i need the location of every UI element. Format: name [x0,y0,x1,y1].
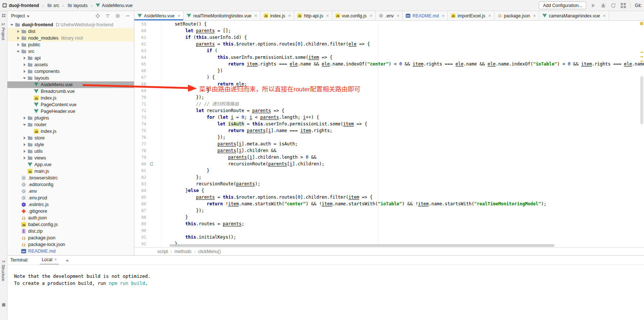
tree-item-index-js[interactable]: JSindex.js [7,95,134,101]
line-number[interactable]: 91 [134,235,149,240]
line-number[interactable]: 70 [134,95,149,100]
tree-item-package-json[interactable]: {}package.json [7,235,134,241]
tree-item-dist-zip[interactable]: dist.zip [7,228,134,235]
close-tab-icon[interactable]: × [533,13,536,18]
close-tab-icon[interactable]: × [488,13,491,18]
tree-item-main-js[interactable]: JSmain.js [7,168,134,175]
add-configuration-button[interactable]: Add Configuration... [539,1,586,9]
chevron-down-icon[interactable] [22,76,27,80]
line-number[interactable]: 63 [134,48,149,53]
chevron-right-icon[interactable] [16,43,21,47]
editor-tab-cameramanage-index-vue[interactable]: cameraManage\index.vue× [539,11,609,20]
line-number[interactable]: 71 [134,102,149,107]
line-number[interactable]: 88 [134,215,149,220]
tool-window-structure-button[interactable]: 7: Structure [1,260,6,281]
line-number[interactable]: 66 [134,68,149,73]
chevron-down-icon[interactable] [27,16,30,17]
code-line-65[interactable]: 65 return item.rights === ele.name && el… [134,61,644,67]
code-line-63[interactable]: 63 if ( [134,47,644,54]
code-line-61[interactable]: 61 if (this.userInfo.id) { [134,34,644,41]
chevron-down-icon[interactable] [10,23,14,27]
tree-item-app-vue[interactable]: App.vue [7,161,134,168]
breadcrumb-src[interactable]: src [53,3,59,8]
code-line-70[interactable]: 70 }); [134,94,644,101]
code-line-77[interactable]: 77 parents[i].meta.auth = isAuth; [134,141,644,147]
line-number[interactable]: 76 [134,135,149,140]
editor-tab-http-api-js[interactable]: JShttp-api.js× [294,11,332,20]
line-number[interactable]: 75 [134,128,149,133]
line-number[interactable]: 62 [134,42,149,47]
tree-item-store[interactable]: store [7,135,134,141]
tree-item-utils[interactable]: utils [7,148,134,155]
tree-item-pageheader-vue[interactable]: PageHeader.vue [7,108,134,115]
tree-item-style[interactable]: style [7,141,134,148]
chevron-right-icon[interactable] [22,136,27,140]
new-terminal-session-button[interactable]: + [66,257,69,263]
tree-item-auth-json[interactable]: {}auth.json [7,215,134,221]
warning-stripe-mark[interactable] [640,56,643,57]
editor-tab-env[interactable]: .env× [376,11,403,20]
locate-file-icon[interactable] [95,13,100,18]
scrollbar-thumb[interactable] [640,76,643,124]
line-number[interactable]: 82 [134,175,149,180]
line-number[interactable]: 85 [134,195,149,200]
editor-tab-importexcel-js[interactable]: JSimportExcel.js× [448,11,494,20]
tool-window-switcher-icon[interactable] [1,13,6,18]
code-line-79[interactable]: 79 parents[i].children.length > 0 && [134,154,644,161]
hide-panel-icon[interactable] [125,13,130,18]
line-number[interactable]: 60 [134,28,149,33]
chevron-right-icon[interactable] [22,56,27,60]
code-line-85[interactable]: 85 parents = this.$router.options.routes… [134,194,644,201]
project-panel-title[interactable]: Project [11,13,25,18]
tree-item-api[interactable]: api [7,55,134,61]
chevron-down-icon[interactable] [22,122,27,127]
terminal-output[interactable]: Note that the development build is not o… [0,265,644,287]
editor-tab-index-js[interactable]: JSindex.js× [261,11,294,20]
code-line-67[interactable]: 67 ) { [134,74,644,81]
code-line-90[interactable]: 90 [134,227,644,234]
line-number[interactable]: 83 [134,182,149,186]
line-number[interactable]: 86 [134,202,149,206]
line-number[interactable]: 61 [134,35,149,40]
editor-horizontal-scrollbar[interactable] [134,244,640,247]
editor-tab-readme-md[interactable]: MDREADME.md× [403,11,448,20]
line-number[interactable]: 90 [134,228,149,233]
chevron-right-icon[interactable] [22,149,27,154]
code-line-87[interactable]: 87 }); [134,207,644,214]
chevron-right-icon[interactable] [16,36,21,40]
warning-stripe-mark[interactable] [640,52,643,53]
chevron-right-icon[interactable] [22,69,27,74]
tree-item-layouts[interactable]: layouts [7,75,134,81]
line-number[interactable]: 87 [134,208,149,213]
code-line-66[interactable]: 66 }) [134,67,644,74]
chevron-right-icon[interactable] [22,142,27,147]
line-number[interactable]: 64 [134,55,149,60]
line-number[interactable]: 65 [134,62,149,67]
tree-item-package-lock-json[interactable]: {}package-lock.json [7,241,134,248]
close-tab-icon[interactable]: × [397,13,400,18]
tool-window-project-button[interactable]: 1: Project [1,23,6,40]
tree-item-plugins[interactable]: plugins [7,115,134,121]
chevron-right-icon[interactable] [22,156,27,160]
tree-item-browserslistrc[interactable]: .browserslistrc [7,175,134,181]
inspection-indicator[interactable] [640,22,643,25]
tree-item-eslintrc-js[interactable]: .eslintrc.js [7,201,134,208]
tree-item-env-prod[interactable]: .env.prod [7,195,134,201]
code-line-74[interactable]: 74 let isAuth = this.userInfo.permission… [134,121,644,127]
tree-item-views[interactable]: views [7,155,134,161]
filter-icon[interactable] [105,13,110,18]
line-number[interactable]: 69 [134,88,149,93]
tree-item-env[interactable]: .env [7,188,134,195]
line-number[interactable]: 84 [134,188,149,193]
code-line-89[interactable]: 89 this.routes = parents; [134,220,644,227]
close-tab-icon[interactable]: × [603,13,606,18]
line-number[interactable]: 89 [134,222,149,226]
tree-item-duoji-frontend[interactable]: duoji-frontendD:\zheheWeb\duoji-frontend [7,21,134,28]
chevron-right-icon[interactable] [22,116,27,120]
line-number[interactable]: 68 [134,82,149,87]
line-number[interactable]: 77 [134,142,149,146]
breadcrumb-layouts[interactable]: layouts [74,3,88,8]
code-line-64[interactable]: 64 this.userInfo.permissionList.some(ite… [134,54,644,61]
editor-tab-vue-config-js[interactable]: JSvue.config.js× [332,11,376,20]
tree-item-breadcrumb-vue[interactable]: Breadcrumb.vue [7,88,134,95]
